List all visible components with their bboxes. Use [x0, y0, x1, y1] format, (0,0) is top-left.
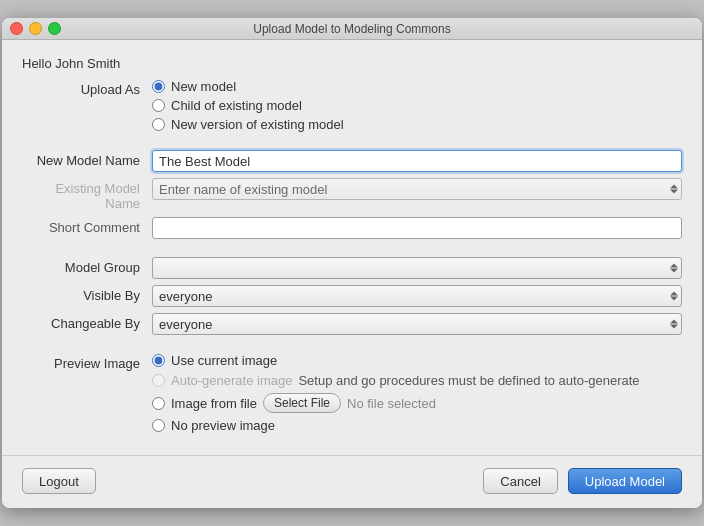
visible-by-control: everyone only me my group [152, 285, 682, 307]
model-group-row: Model Group [22, 257, 682, 279]
new-model-name-label: New Model Name [22, 150, 152, 168]
preview-image-row: Preview Image Use current image Auto-gen… [22, 353, 682, 433]
upload-as-controls: New model Child of existing model New ve… [152, 79, 682, 132]
changeable-by-select-wrapper: everyone only me my group [152, 313, 682, 335]
changeable-by-row: Changeable By everyone only me my group [22, 313, 682, 335]
radio-new-model-label: New model [171, 79, 236, 94]
model-group-select[interactable] [152, 257, 682, 279]
radio-child-existing-input[interactable] [152, 99, 165, 112]
existing-model-name-row: Existing Model Name Enter name of existi… [22, 178, 682, 211]
radio-no-preview[interactable]: No preview image [152, 418, 682, 433]
dialog-content: Hello John Smith Upload As New model Chi… [2, 40, 702, 455]
radio-new-version-label: New version of existing model [171, 117, 344, 132]
radio-new-version[interactable]: New version of existing model [152, 117, 682, 132]
short-comment-label: Short Comment [22, 217, 152, 235]
logout-button[interactable]: Logout [22, 468, 96, 494]
model-group-select-wrapper [152, 257, 682, 279]
title-bar: Upload Model to Modeling Commons [2, 18, 702, 40]
changeable-by-label: Changeable By [22, 313, 152, 331]
close-button[interactable] [10, 22, 23, 35]
new-model-name-row: New Model Name [22, 150, 682, 172]
radio-from-file[interactable]: Image from file Select File No file sele… [152, 393, 682, 413]
radio-child-existing[interactable]: Child of existing model [152, 98, 682, 113]
new-model-name-control [152, 150, 682, 172]
window-title: Upload Model to Modeling Commons [253, 22, 450, 36]
radio-no-preview-input[interactable] [152, 419, 165, 432]
visible-by-select[interactable]: everyone only me my group [152, 285, 682, 307]
radio-from-file-input[interactable] [152, 397, 165, 410]
upload-model-button[interactable]: Upload Model [568, 468, 682, 494]
radio-new-model-input[interactable] [152, 80, 165, 93]
upload-as-label: Upload As [22, 79, 152, 97]
radio-auto-generate[interactable]: Auto-generate image Setup and go procedu… [152, 373, 682, 388]
select-file-button[interactable]: Select File [263, 393, 341, 413]
visible-by-label: Visible By [22, 285, 152, 303]
auto-generate-note: Setup and go procedures must be defined … [298, 373, 639, 388]
existing-model-name-label: Existing Model Name [22, 178, 152, 211]
maximize-button[interactable] [48, 22, 61, 35]
short-comment-input[interactable] [152, 217, 682, 239]
cancel-button[interactable]: Cancel [483, 468, 557, 494]
radio-use-current-label: Use current image [171, 353, 277, 368]
radio-child-existing-label: Child of existing model [171, 98, 302, 113]
radio-from-file-label: Image from file [171, 396, 257, 411]
existing-model-name-control: Enter name of existing model [152, 178, 682, 200]
minimize-button[interactable] [29, 22, 42, 35]
upload-as-radio-group: New model Child of existing model New ve… [152, 79, 682, 132]
short-comment-control [152, 217, 682, 239]
existing-model-select-wrapper: Enter name of existing model [152, 178, 682, 200]
changeable-by-control: everyone only me my group [152, 313, 682, 335]
new-model-name-input[interactable] [152, 150, 682, 172]
preview-image-label: Preview Image [22, 353, 152, 371]
no-file-text: No file selected [347, 396, 436, 411]
radio-use-current-input[interactable] [152, 354, 165, 367]
existing-model-select[interactable]: Enter name of existing model [152, 178, 682, 200]
dialog-window: Upload Model to Modeling Commons Hello J… [2, 18, 702, 508]
changeable-by-select[interactable]: everyone only me my group [152, 313, 682, 335]
model-group-control [152, 257, 682, 279]
radio-auto-generate-input[interactable] [152, 374, 165, 387]
radio-no-preview-label: No preview image [171, 418, 275, 433]
visible-by-row: Visible By everyone only me my group [22, 285, 682, 307]
short-comment-row: Short Comment [22, 217, 682, 239]
radio-use-current[interactable]: Use current image [152, 353, 682, 368]
title-bar-buttons [10, 22, 61, 35]
bottom-bar: Logout Cancel Upload Model [2, 455, 702, 508]
greeting-text: Hello John Smith [22, 56, 682, 71]
upload-as-row: Upload As New model Child of existing mo… [22, 79, 682, 132]
visible-by-select-wrapper: everyone only me my group [152, 285, 682, 307]
radio-new-version-input[interactable] [152, 118, 165, 131]
preview-image-controls: Use current image Auto-generate image Se… [152, 353, 682, 433]
right-buttons: Cancel Upload Model [483, 468, 682, 494]
model-group-label: Model Group [22, 257, 152, 275]
radio-auto-generate-label: Auto-generate image [171, 373, 292, 388]
radio-new-model[interactable]: New model [152, 79, 682, 94]
